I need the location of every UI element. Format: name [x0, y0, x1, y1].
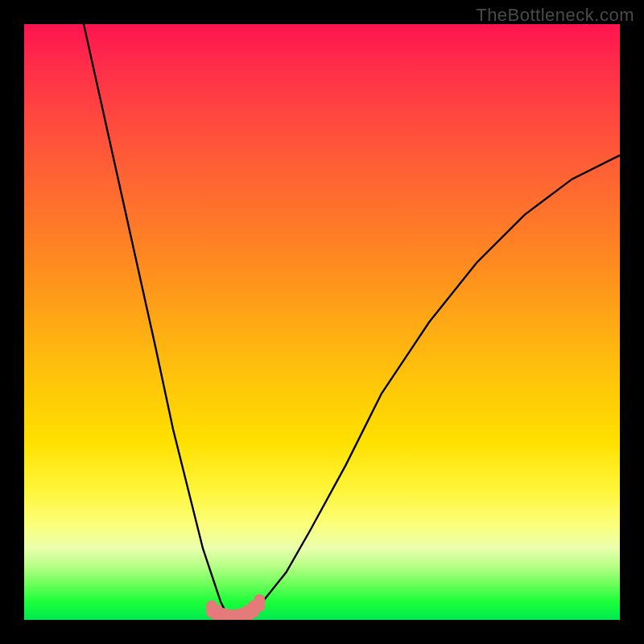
watermark-text: TheBottleneck.com	[476, 5, 634, 26]
right-arm-path	[238, 155, 620, 620]
plot-area	[24, 24, 620, 620]
trough-marker	[254, 594, 265, 612]
curve-overlay	[24, 24, 620, 620]
left-arm-path	[84, 24, 238, 620]
chart-container: TheBottleneck.com	[0, 0, 644, 644]
bottom-markers-group	[206, 594, 265, 620]
